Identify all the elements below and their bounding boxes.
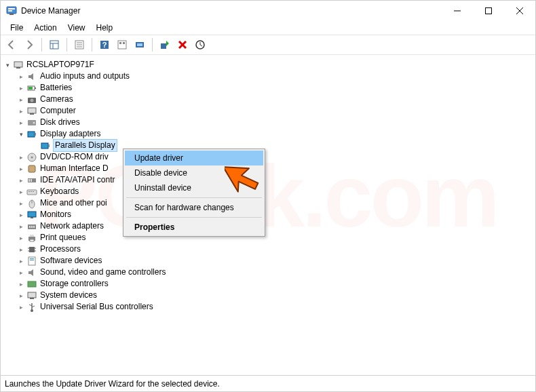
tree-node[interactable]: Human Interface D <box>3 163 533 174</box>
twisty-icon[interactable] <box>17 290 25 302</box>
twisty-icon[interactable] <box>17 82 25 94</box>
tree-node[interactable]: Batteries <box>3 82 533 94</box>
twisty-icon[interactable] <box>17 243 25 256</box>
twisty-icon[interactable] <box>3 59 12 71</box>
tree-node-label: Disk drives <box>40 117 80 128</box>
svg-rect-56 <box>29 226 31 228</box>
scan-hardware-button[interactable] <box>192 37 208 53</box>
toolbar-separator <box>92 38 92 52</box>
menu-help[interactable]: Help <box>91 22 119 34</box>
twisty-icon[interactable] <box>17 186 25 198</box>
tree-node[interactable]: Storage controllers <box>3 278 533 290</box>
svg-rect-37 <box>28 132 35 137</box>
twisty-icon[interactable] <box>17 94 25 106</box>
twisty-icon[interactable] <box>17 267 25 279</box>
twisty-icon[interactable] <box>17 255 25 267</box>
twisty-icon[interactable] <box>17 163 25 175</box>
update-driver-button[interactable] <box>132 37 148 53</box>
tree-node-selected[interactable]: Parallels Display <box>3 140 533 151</box>
tree-node[interactable]: Processors <box>3 243 533 255</box>
properties-button[interactable] <box>71 37 88 53</box>
twisty-icon[interactable] <box>17 232 25 244</box>
svg-rect-69 <box>30 260 34 260</box>
tree-node-label: Software devices <box>40 255 102 267</box>
tree-node[interactable]: System devices <box>3 290 533 301</box>
tree-node[interactable]: Print queues <box>3 232 533 243</box>
svg-rect-22 <box>161 43 166 49</box>
tree-node[interactable]: Audio inputs and outputs <box>3 71 533 82</box>
twisty-icon[interactable] <box>17 128 25 140</box>
tree-node[interactable]: Software devices <box>3 255 533 267</box>
svg-rect-3 <box>9 14 14 15</box>
tree-node-label: Batteries <box>40 82 72 94</box>
tree-node[interactable]: Disk drives <box>3 117 533 128</box>
ctx-uninstall-device[interactable]: Uninstall device <box>125 180 263 195</box>
tree-node[interactable]: Mice and other poi <box>3 197 533 209</box>
ide-icon <box>26 175 37 186</box>
toolbar-separator <box>66 38 67 52</box>
enable-device-button[interactable] <box>157 37 173 53</box>
twisty-icon[interactable] <box>17 174 25 187</box>
uninstall-button[interactable] <box>174 37 191 53</box>
minimize-button[interactable] <box>442 1 473 21</box>
ctx-update-driver[interactable]: Update driver <box>125 151 263 165</box>
ctx-properties[interactable]: Properties <box>125 220 263 235</box>
tree-node[interactable]: DVD/CD-ROM driv <box>3 151 533 163</box>
tree-node[interactable]: Sound, video and game controllers <box>3 267 533 278</box>
tree-node[interactable]: Display adapters <box>3 128 533 140</box>
keyboard-icon <box>26 187 37 197</box>
menu-view[interactable]: View <box>62 22 91 34</box>
svg-rect-30 <box>28 87 33 90</box>
twisty-icon[interactable] <box>17 197 25 210</box>
svg-rect-68 <box>30 258 34 259</box>
tree-node[interactable]: IDE ATA/ATAPI contr <box>3 174 533 186</box>
twisty-icon[interactable] <box>17 220 25 233</box>
back-button[interactable] <box>3 37 20 53</box>
ctx-disable-device[interactable]: Disable device <box>125 165 263 180</box>
close-button[interactable] <box>504 1 535 21</box>
svg-rect-50 <box>33 191 34 192</box>
context-menu: Update driver Disable device Uninstall d… <box>123 149 265 237</box>
menubar: File Action View Help <box>1 21 535 35</box>
dvd-icon <box>26 152 37 163</box>
twisty-icon[interactable] <box>17 278 25 290</box>
svg-rect-19 <box>123 42 125 44</box>
svg-rect-43 <box>28 165 35 172</box>
tree-node[interactable]: Cameras <box>3 94 533 105</box>
tree-root[interactable]: RCSLAPTOP971F <box>3 59 533 71</box>
tree-node-label: IDE ATA/ATAPI contr <box>40 174 115 186</box>
svg-point-32 <box>31 98 34 102</box>
twisty-icon[interactable] <box>17 117 25 129</box>
window-title: Device Manager <box>21 6 80 16</box>
twisty-icon[interactable] <box>17 105 25 117</box>
svg-point-42 <box>31 156 33 158</box>
show-hide-tree-button[interactable] <box>46 37 62 53</box>
twisty-icon[interactable] <box>17 71 25 83</box>
tree-node[interactable]: Universal Serial Bus controllers <box>3 301 533 313</box>
tree-node-label: Mice and other poi <box>40 197 107 209</box>
view-icons-button[interactable] <box>114 37 130 53</box>
tree-node[interactable]: Computer <box>3 105 533 117</box>
svg-rect-17 <box>118 41 126 49</box>
network-icon <box>26 221 37 232</box>
maximize-button[interactable] <box>473 1 504 21</box>
forward-button[interactable] <box>21 37 37 53</box>
tree-node-label: Monitors <box>40 209 71 220</box>
twisty-icon[interactable] <box>17 151 25 163</box>
svg-point-36 <box>33 121 35 123</box>
menu-file[interactable]: File <box>5 22 28 34</box>
svg-rect-27 <box>16 67 20 68</box>
tree-node[interactable]: Network adapters <box>3 220 533 232</box>
ctx-scan-hardware[interactable]: Scan for hardware changes <box>125 200 263 215</box>
tree-node-label: Processors <box>40 243 81 255</box>
tree-node[interactable]: Monitors <box>3 209 533 220</box>
twisty-icon[interactable] <box>17 301 25 313</box>
help-button[interactable]: ? <box>96 37 113 53</box>
twisty-icon[interactable] <box>17 209 25 221</box>
device-tree[interactable]: RCSLAPTOP971F Audio inputs and outputs B… <box>1 55 535 375</box>
tree-node-label: DVD/CD-ROM driv <box>40 151 109 163</box>
svg-rect-29 <box>35 87 36 89</box>
tree-node[interactable]: Keyboards <box>3 186 533 197</box>
svg-rect-49 <box>31 191 32 192</box>
menu-action[interactable]: Action <box>28 22 62 34</box>
